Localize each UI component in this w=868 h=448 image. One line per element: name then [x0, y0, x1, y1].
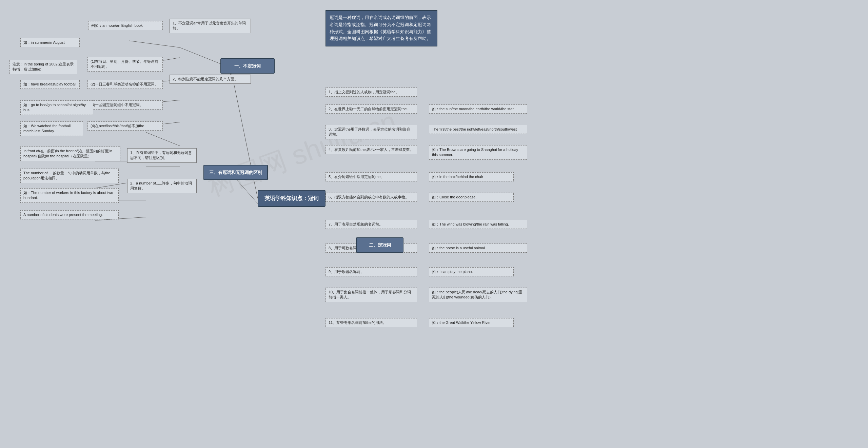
center-node: 英语学科知识点：冠词	[258, 190, 326, 207]
section2-item9-main: 9、用于乐器名称前。	[326, 267, 417, 276]
section2-item6-example: 如：Close the door,please.	[429, 193, 514, 202]
section3-item2-example: 如：The number of workers in this factory …	[20, 188, 119, 203]
section2-item4-example: 如：The Browns are going to Shanghai for a…	[429, 145, 527, 160]
section1-item1-example: 例如：an hour/an English book	[88, 21, 163, 30]
section2-item3-main: 3、定冠词the用于序数词，表示方位的名词和形容词前。	[326, 125, 417, 139]
section1-sub3-example: 如：go to bed/go to school/at night/by bus…	[20, 100, 93, 115]
section2-item7-main: 7、用于表示自然现象的名词前。	[326, 220, 417, 229]
section2-item11-example: 如：the Great Wall/the Yellow River	[429, 318, 514, 327]
section3-item1-main: 1、在有些词组中，有冠词和无冠词意思不同，请注意区别。	[127, 148, 197, 163]
section1-sub3-label: (3)一些固定冠词组中不用冠词。	[87, 100, 163, 110]
section3-item2-main: 2、a number of......许多，句中的动词用复数。	[127, 179, 197, 193]
svg-line-5	[129, 41, 180, 47]
section2-item5-main: 5、在介词短语中常用定冠词the。	[326, 172, 417, 181]
section1-sub1-label: (1)在节日、星期、月份、季节、年等词前不用冠词。	[87, 57, 163, 72]
section1-sub1-example: 如：in summer/in August	[20, 38, 80, 47]
section2-item1-main: 1、指上文提到过的人或物，用定冠词the。	[326, 87, 417, 97]
info-box: 冠词是一种虚词，用在名词或名词词组的前面，表示名词是特指或泛指。冠词可分为不定冠…	[326, 10, 437, 46]
section2-node: 二、定冠词	[356, 237, 403, 253]
section2-item3-example: The first/the best/the right/left/east/n…	[429, 125, 527, 134]
section2-item10-main: 10、用于集合名词前指一整体，用于形容词和分词前指一类人。	[326, 288, 417, 302]
section1-sub2-label: (2)一日三餐和球类运动名称前不用冠词。	[87, 80, 163, 89]
section1-item1-main: 1、不定冠词an常用于以元音发音开头的单词前。	[170, 19, 251, 33]
section2-item4-main: 4、在复数姓氏前加the,表示×一家人，常着成复数。	[326, 145, 417, 154]
section2-item2-example: 如：the sun/the moon/the earth/the world/t…	[429, 104, 527, 114]
section3-item1-example: In front of(在...前面)in the front of(在...范…	[20, 147, 120, 161]
section3-item2-example2: A number of students were present the me…	[20, 210, 119, 219]
section1-note: 注意：in the spring of 2002(这里表示特指，所以加the).	[9, 60, 77, 74]
section1-sub4-example: 如：We watched the football match last Sun…	[20, 121, 83, 136]
section2-item11-main: 11、某些专用名词前加the的用法。	[326, 318, 417, 327]
section2-item6-main: 6、指双方都能体会到的或心中有数的人或事物。	[326, 193, 417, 202]
section2-item5-example: 如：in the box/behind the chair	[429, 172, 514, 181]
section1-node: 一、不定冠词	[220, 58, 275, 74]
section1-sub4-label: (4)在next/last/this/that/前不加the	[87, 121, 163, 131]
section3-item2-note: The number of.....的数量，句中的动词用单数，与the popu…	[20, 169, 119, 183]
section2-item8-example: 如：the horse is a useful animal	[429, 244, 527, 253]
section3-node: 三、有冠词和无冠词的区别	[203, 165, 268, 180]
section2-item10-example: 如：the people(人民)the dead(死去的人们)the dying…	[429, 288, 527, 302]
section1-sub2-example: 如：have breakfast/play football	[20, 80, 80, 89]
svg-line-12	[146, 132, 180, 146]
section2-item9-example: 如：I can play the piano.	[429, 267, 514, 276]
section2-item2-main: 2、在世界上独一无二的自然物前面用定冠词the.	[326, 104, 417, 114]
section1-item2-main: 2、特别注意不能用定冠词的几个方面。	[170, 75, 251, 84]
section2-item7-example: 如：The wind was blowing/the rain was fall…	[429, 220, 527, 229]
